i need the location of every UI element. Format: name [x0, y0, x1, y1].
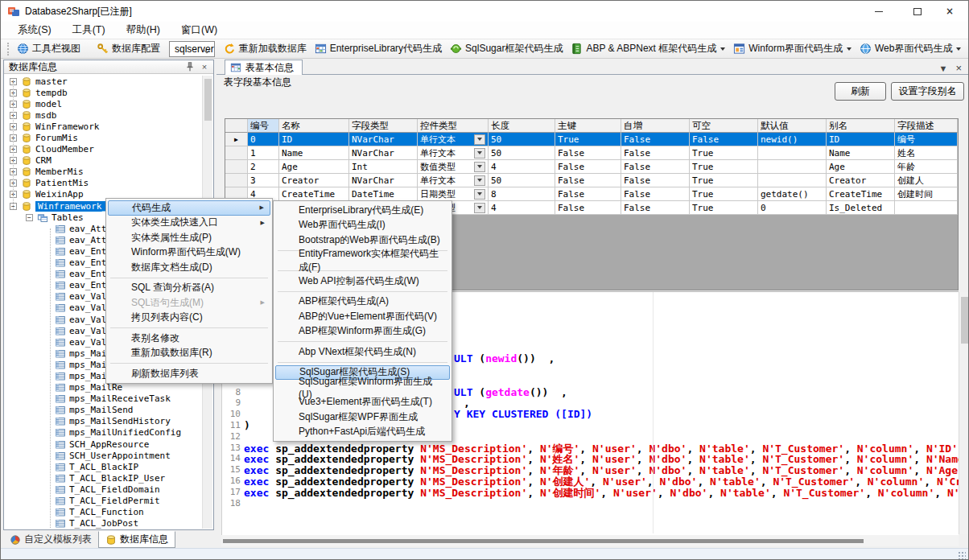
tree-item-table[interactable]: mps_MailRe — [5, 382, 203, 393]
tree-item-table[interactable]: T_ACL_BlackIP — [5, 461, 203, 472]
minimize-button[interactable] — [867, 1, 891, 22]
tree-item-table[interactable]: T_ACL_BlackIP_User — [5, 472, 203, 484]
grid-column-header[interactable]: 别名 — [827, 119, 895, 133]
grid-cell[interactable]: NVarChar — [349, 146, 418, 160]
context-menu-item[interactable]: 数据库文档生成(D) — [108, 260, 270, 275]
grid-cell[interactable]: 创建时间 — [895, 187, 958, 201]
toolbar-button-web-globe-icon[interactable]: Web界面代码生成 — [856, 40, 965, 57]
grid-cell[interactable]: Creator — [279, 174, 349, 187]
grid-column-header[interactable]: 可空 — [690, 119, 758, 133]
grid-cell[interactable]: False — [621, 174, 690, 187]
toolbar-button-abp-book-icon[interactable]: ABP & ABPNext 框架代码生成 — [567, 40, 729, 57]
grid-cell[interactable] — [758, 146, 827, 160]
grid-cell[interactable]: 3 — [248, 174, 279, 187]
submenu-item[interactable]: SqlSugar框架Winform界面生成(U) — [275, 380, 450, 395]
grid-cell[interactable]: newid() — [758, 133, 827, 146]
context-menu-item[interactable]: 重新加载数据库(R) — [108, 346, 270, 361]
grid-cell[interactable]: CreateTime — [279, 187, 349, 201]
grid-row[interactable]: 3CreatorNVarChar单行文本50FalseFalseTrueCrea… — [225, 174, 958, 187]
combo-dropdown-button[interactable] — [474, 203, 485, 213]
grid-row[interactable]: 1NameNVarChar单行文本50FalseFalseTrueName姓名 — [225, 146, 958, 160]
grid-cell[interactable]: True — [690, 160, 758, 174]
grid-cell[interactable] — [758, 160, 827, 174]
grid-cell[interactable]: ID — [827, 133, 895, 146]
document-tab-table-info[interactable]: 表基本信息 — [225, 60, 303, 75]
grid-column-header[interactable]: 字段描述 — [895, 119, 958, 133]
close-button[interactable]: × — [938, 1, 962, 22]
tree-item-table[interactable]: T_ACL_FieldPermit — [5, 495, 203, 506]
grid-cell[interactable]: False — [621, 146, 690, 160]
grid-row[interactable]: 4CreateTimeDateTime日期类型8FalseFalseTruege… — [225, 187, 958, 201]
grid-cell[interactable]: True — [690, 187, 758, 201]
grid-cell[interactable]: Age — [279, 160, 349, 174]
menubar-item-system[interactable]: 系统(S) — [7, 23, 62, 37]
grid-row[interactable]: ▶0IDNVarChar单行文本50TrueFalseFalsenewid()I… — [225, 133, 958, 146]
tab-database-info[interactable]: 数据库信息 — [98, 531, 175, 548]
grid-cell[interactable]: DateTime — [349, 187, 418, 201]
context-menu-item[interactable]: 表别名修改 — [108, 331, 270, 346]
grid-cell[interactable]: getdate() — [758, 187, 827, 201]
tree-item-table[interactable]: mps_MailSend — [5, 405, 203, 416]
grid-cell[interactable]: False — [555, 174, 621, 187]
grid-cell[interactable]: 编号 — [895, 133, 958, 146]
grid-cell[interactable]: 4 — [489, 160, 555, 174]
grid-cell[interactable]: False — [555, 160, 621, 174]
toolbar-button-enterprise-library-icon[interactable]: EnterpriseLibrary代码生成 — [311, 40, 446, 57]
tree-item-database[interactable]: +model — [5, 98, 203, 109]
grid-cell[interactable]: True — [690, 146, 758, 160]
tree-item-database[interactable]: +WinFramework — [5, 121, 203, 132]
grid-cell[interactable]: False — [621, 201, 690, 215]
grid-cell[interactable]: 姓名 — [895, 146, 958, 160]
context-menu-item[interactable]: SQL 查询分析器(A) — [108, 281, 270, 296]
tree-item-database[interactable]: +msdb — [5, 109, 203, 121]
grid-cell[interactable]: 年龄 — [895, 160, 958, 174]
refresh-button[interactable]: 刷新 — [835, 82, 886, 101]
tree-item-table[interactable]: SCH_UserAppointment — [5, 450, 203, 461]
grid-cell[interactable]: 50 — [489, 174, 555, 187]
context-menu-item[interactable]: 代码生成▶ — [108, 200, 270, 216]
grid-cell[interactable]: NVarChar — [349, 133, 418, 146]
grid-cell[interactable]: False — [555, 201, 621, 215]
grid-cell[interactable]: 50 — [489, 146, 555, 160]
grid-cell[interactable]: False — [621, 133, 690, 146]
submenu-item[interactable]: ABP框架Winform界面生成(G) — [275, 324, 450, 340]
grid-cell[interactable]: 单行文本 — [418, 174, 489, 187]
panel-close-icon[interactable]: × — [199, 61, 210, 72]
pin-icon[interactable] — [184, 61, 196, 72]
grid-column-header[interactable]: 默认值 — [758, 119, 827, 133]
grid-cell[interactable]: 2 — [248, 160, 279, 174]
grid-cell[interactable]: False — [690, 133, 758, 146]
submenu-item[interactable]: EntityFramework实体框架代码生成(F) — [275, 253, 450, 269]
grid-cell[interactable]: 创建人 — [895, 174, 958, 187]
grid-cell[interactable]: Age — [827, 160, 895, 174]
tree-item-table[interactable]: mps_MailReceiveTask — [5, 393, 203, 405]
menubar-item-help[interactable]: 帮助(H) — [116, 23, 171, 37]
grid-cell[interactable]: Name — [279, 146, 349, 160]
toolbar-button-refresh-icon[interactable]: 重新加载数据库 — [220, 40, 311, 57]
chevron-down-icon[interactable]: ▼ — [939, 64, 948, 73]
combo-dropdown-button[interactable] — [474, 148, 485, 159]
grid-cell[interactable]: 8 — [489, 187, 555, 201]
document-close-icon[interactable]: × — [955, 62, 962, 74]
tree-item-table[interactable]: T_ACL_FieldDomain — [5, 484, 203, 495]
grid-cell[interactable]: False — [555, 187, 621, 201]
code-vertical-scrollbar[interactable] — [959, 292, 969, 534]
submenu-item[interactable]: ABP框架代码生成(A) — [275, 294, 450, 310]
grid-cell[interactable]: Is_Deleted — [827, 201, 895, 215]
grid-cell[interactable]: 50 — [489, 133, 555, 146]
tree-item-table[interactable]: SCH_AppResource — [5, 439, 203, 450]
grid-row[interactable]: 2AgeInt数值类型4FalseFalseTrueAge年龄 — [225, 160, 958, 174]
grid-cell[interactable]: Creator — [827, 174, 895, 187]
context-menu-item[interactable]: 实体类属性生成(P) — [108, 230, 270, 245]
grid-cell[interactable]: NVarChar — [349, 174, 418, 187]
tree-item-database[interactable]: +CloudMember — [5, 144, 203, 155]
grid-column-header[interactable]: 编号 — [248, 119, 279, 133]
grid-cell[interactable]: Int — [349, 160, 418, 174]
grid-cell[interactable]: False — [621, 160, 690, 174]
set-field-alias-button[interactable]: 设置字段别名 — [891, 82, 964, 101]
database-type-combobox[interactable]: sqlserver — [169, 41, 215, 57]
submenu-item[interactable]: ABP的Vue+Element界面代码(V) — [275, 309, 450, 324]
grid-column-header[interactable]: 控件类型 — [418, 119, 489, 133]
grid-cell[interactable] — [895, 201, 958, 215]
context-menu-item[interactable]: 刷新数据库列表 — [108, 366, 270, 381]
